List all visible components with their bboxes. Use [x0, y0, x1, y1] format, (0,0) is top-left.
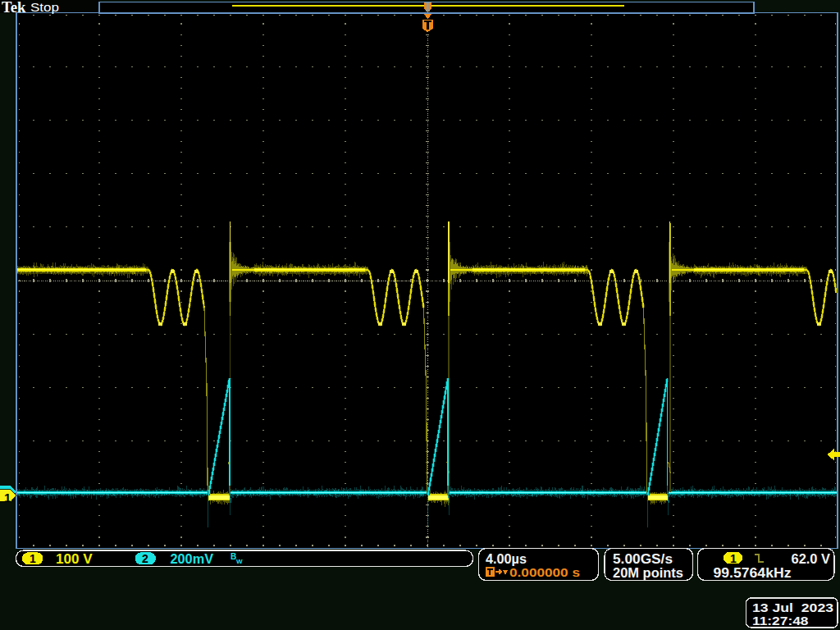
svg-text:200mV: 200mV — [171, 551, 214, 566]
svg-text:1: 1 — [30, 552, 36, 565]
svg-text:11:27:48: 11:27:48 — [752, 614, 809, 628]
svg-text:100 V: 100 V — [56, 551, 93, 566]
svg-text:2: 2 — [142, 552, 148, 565]
svg-text:Stop: Stop — [30, 0, 59, 14]
svg-text:4.00µs: 4.00µs — [486, 551, 527, 566]
svg-text:13 Jul 2023: 13 Jul 2023 — [752, 600, 833, 614]
svg-text:0.000000 s: 0.000000 s — [509, 565, 580, 579]
svg-text:1: 1 — [730, 552, 737, 565]
svg-text:62.0 V: 62.0 V — [792, 551, 831, 566]
svg-text:99.5764kHz: 99.5764kHz — [714, 565, 792, 580]
svg-text:Tek: Tek — [2, 0, 26, 16]
svg-text:5.00GS/s: 5.00GS/s — [613, 551, 673, 566]
svg-text:20M points: 20M points — [613, 565, 683, 580]
svg-text:1: 1 — [4, 491, 11, 504]
svg-text:W: W — [236, 558, 243, 565]
